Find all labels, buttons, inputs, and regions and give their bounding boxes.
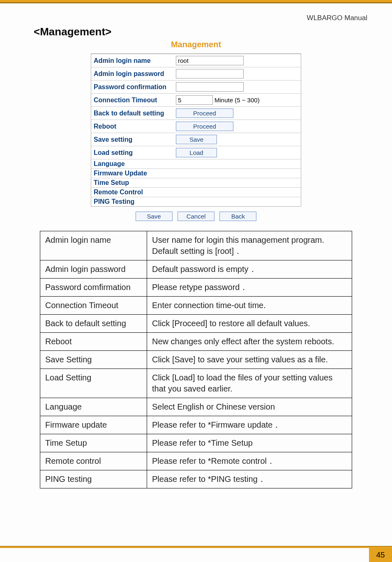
- desc-key: Admin login password: [40, 260, 147, 279]
- table-row: Firmware updatePlease refer to *Firmware…: [40, 416, 352, 434]
- table-row: Load SettingClick [Load] to load the fil…: [40, 369, 352, 398]
- row-label-default: Back to default setting: [94, 110, 176, 117]
- desc-key: Back to default setting: [40, 315, 147, 333]
- table-row: PING testingPlease refer to *PING testin…: [40, 470, 352, 488]
- row-label-save-setting: Save setting: [94, 136, 176, 143]
- save-button[interactable]: Save: [136, 212, 173, 221]
- table-row: LanguageSelect English or Chinese versio…: [40, 398, 352, 416]
- row-label-reboot: Reboot: [94, 123, 176, 130]
- password-confirm-input[interactable]: [176, 82, 244, 92]
- desc-key: Connection Timeout: [40, 297, 147, 315]
- desc-val: Please refer to *Time Setup: [147, 434, 352, 452]
- link-language[interactable]: Language: [91, 159, 301, 168]
- desc-key: Firmware update: [40, 416, 147, 434]
- footer-rule: [0, 546, 392, 548]
- login-password-input[interactable]: [176, 69, 244, 78]
- desc-key: Load Setting: [40, 369, 147, 398]
- row-label-login-name: Admin login name: [94, 57, 176, 64]
- desc-key: PING testing: [40, 470, 147, 488]
- desc-val: Enter connection time-out time.: [147, 297, 352, 315]
- page-number: 45: [369, 548, 392, 562]
- desc-key: Language: [40, 398, 147, 416]
- shot-heading: Management: [0, 38, 392, 51]
- row-label-pw-conf: Password confirmation: [94, 83, 176, 91]
- table-row: Save SettingClick [Save] to save your se…: [40, 351, 352, 369]
- top-accent-bar: [0, 0, 392, 3]
- management-screenshot: Management Admin login name Admin login …: [0, 38, 392, 221]
- row-label-load-setting: Load setting: [94, 149, 176, 157]
- load-setting-button[interactable]: Load: [176, 148, 217, 157]
- desc-val: Default password is empty．: [147, 260, 352, 279]
- link-firmware-update[interactable]: Firmware Update: [91, 168, 301, 178]
- cancel-button[interactable]: Cancel: [178, 212, 214, 221]
- link-time-setup[interactable]: Time Setup: [91, 178, 301, 187]
- desc-key: Admin login name: [40, 231, 147, 260]
- table-row: Back to default settingClick [Proceed] t…: [40, 315, 352, 333]
- table-row: Connection TimeoutEnter connection time-…: [40, 297, 352, 315]
- desc-key: Password comfirmation: [40, 279, 147, 297]
- table-row: Time SetupPlease refer to *Time Setup: [40, 434, 352, 452]
- section-title: <Management>: [0, 22, 392, 38]
- desc-key: Reboot: [40, 333, 147, 351]
- login-name-input[interactable]: [176, 56, 244, 65]
- desc-val: Click [Save] to save your setting values…: [147, 351, 352, 369]
- desc-val: User name for login this management prog…: [147, 231, 352, 260]
- save-setting-button[interactable]: Save: [176, 135, 217, 144]
- desc-key: Time Setup: [40, 434, 147, 452]
- desc-val: Please refer to *PING testing．: [147, 470, 352, 488]
- table-row: Remote controlPlease refer to *Remote co…: [40, 452, 352, 470]
- link-ping-testing[interactable]: PING Testing: [91, 197, 301, 206]
- table-row: Password comfirmationPlease retype passw…: [40, 279, 352, 297]
- default-proceed-button[interactable]: Proceed: [176, 108, 233, 118]
- footer: 45: [0, 546, 392, 562]
- desc-key: Save Setting: [40, 351, 147, 369]
- desc-val: Select English or Chinese version: [147, 398, 352, 416]
- desc-val: Click [Proceed] to restore all default v…: [147, 315, 352, 333]
- desc-key: Remote control: [40, 452, 147, 470]
- desc-val: Please retype password．: [147, 279, 352, 297]
- desc-val: Click [Load] to load the files of your s…: [147, 369, 352, 398]
- row-label-timeout: Connection Timeout: [94, 97, 176, 104]
- description-table: Admin login nameUser name for login this…: [40, 231, 352, 488]
- desc-val: Please refer to *Firmware update．: [147, 416, 352, 434]
- table-row: Admin login nameUser name for login this…: [40, 231, 352, 260]
- desc-val: New changes only effect after the system…: [147, 333, 352, 351]
- back-button[interactable]: Back: [219, 212, 256, 221]
- reboot-proceed-button[interactable]: Proceed: [176, 122, 233, 131]
- timeout-input[interactable]: [176, 95, 213, 105]
- manual-name: WLBARGO Manual: [307, 14, 367, 22]
- table-row: RebootNew changes only effect after the …: [40, 333, 352, 351]
- desc-val: Please refer to *Remote control．: [147, 452, 352, 470]
- table-row: Admin login passwordDefault password is …: [40, 260, 352, 279]
- row-label-login-pw: Admin login password: [94, 70, 176, 78]
- link-remote-control[interactable]: Remote Control: [91, 187, 301, 197]
- timeout-unit: Minute (5 ~ 300): [214, 97, 260, 104]
